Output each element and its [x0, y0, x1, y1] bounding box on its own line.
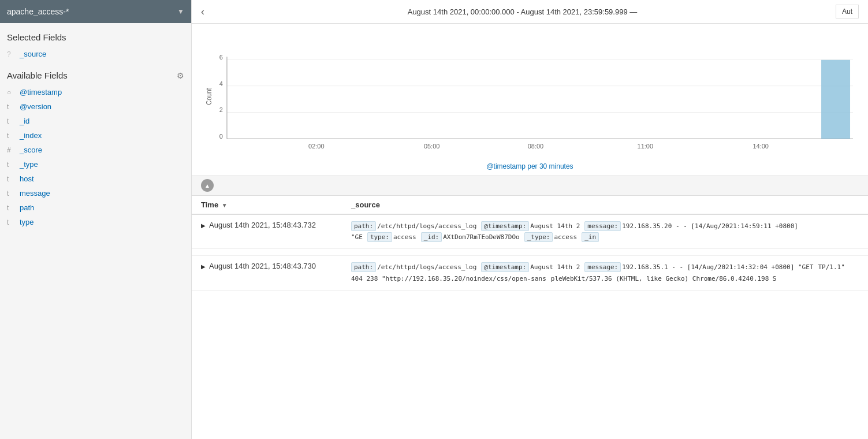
available-fields-title: Available Fields: [7, 70, 68, 80]
expand-row-button[interactable]: ▶: [201, 222, 206, 229]
chart-area: Count 6 4 2 0 02:00: [192, 24, 868, 176]
field-value: 192.168.35.1 - - [14/Aug/2021:14:32:04 +…: [622, 263, 813, 271]
selected-fields-title: Selected Fields: [0, 23, 191, 47]
expand-row-button[interactable]: ▶: [201, 263, 206, 270]
main-content: ‹ August 14th 2021, 00:00:00.000 - Augus…: [192, 0, 868, 439]
time-cell: ▶August 14th 2021, 15:48:43.732: [192, 214, 342, 249]
svg-text:2: 2: [219, 107, 223, 113]
svg-text:05:00: 05:00: [424, 143, 440, 149]
source-cell: path:/etc/httpd/logs/access_log@timestam…: [342, 256, 868, 290]
timestamp-value: August 14th 2021, 15:48:43.732: [209, 221, 316, 229]
table-header-row: Time ▼ _source: [192, 196, 868, 214]
sort-arrow-icon: ▼: [222, 202, 228, 209]
svg-text:6: 6: [219, 54, 223, 60]
svg-text:02:00: 02:00: [308, 143, 325, 149]
field-type-icon: #: [7, 146, 15, 154]
field-value: August 14th 2: [530, 263, 580, 271]
field-name: message: [20, 189, 50, 198]
field-name: _index: [20, 131, 42, 140]
field-name: @timestamp: [20, 88, 62, 96]
available-field-item[interactable]: tpath: [0, 200, 191, 215]
source-cell: path:/etc/httpd/logs/access_log@timestam…: [342, 214, 868, 249]
available-field-item[interactable]: tmessage: [0, 186, 191, 200]
available-field-item[interactable]: t_type: [0, 157, 191, 172]
field-type-icon: t: [7, 132, 15, 140]
time-range-bar: ‹ August 14th 2021, 00:00:00.000 - Augus…: [192, 0, 868, 24]
available-fields-header: Available Fields ⚙: [0, 61, 191, 85]
back-arrow-icon[interactable]: ‹: [201, 6, 204, 18]
chart-x-label: @timestamp per 30 minutes: [201, 162, 859, 175]
available-field-item[interactable]: thost: [0, 172, 191, 186]
available-field-item[interactable]: t@version: [0, 99, 191, 114]
svg-text:11:00: 11:00: [638, 143, 654, 149]
available-field-item[interactable]: ttype: [0, 215, 191, 229]
collapse-bar: ▲: [192, 176, 868, 196]
sidebar-content: Selected Fields ?_source Available Field…: [0, 23, 191, 439]
field-name: host: [20, 174, 34, 183]
field-type-icon: t: [7, 117, 15, 125]
available-field-item[interactable]: t_id: [0, 114, 191, 128]
field-badge: _id:: [421, 232, 442, 242]
histogram-chart: Count 6 4 2 0 02:00: [201, 33, 859, 160]
field-badge: message:: [584, 262, 621, 272]
field-badge: @timestamp:: [481, 221, 529, 231]
field-name: _score: [20, 146, 42, 154]
results-area: Time ▼ _source ▶August 14th 2021, 15:48:…: [192, 196, 868, 439]
field-type-icon: t: [7, 204, 15, 212]
available-fields-list: ○@timestampt@versiont_idt_index#_scoret_…: [0, 85, 191, 229]
field-badge: type:: [367, 232, 392, 242]
index-pattern-label: apache_access-*: [7, 7, 69, 16]
sidebar: apache_access-* ▼ Selected Fields ?_sour…: [0, 0, 192, 439]
field-value: /etc/httpd/logs/access_log: [377, 263, 476, 271]
svg-text:4: 4: [219, 80, 223, 87]
available-field-item[interactable]: #_score: [0, 143, 191, 157]
svg-text:08:00: 08:00: [528, 143, 544, 149]
field-name: @version: [20, 102, 51, 111]
field-type-icon: ○: [7, 88, 15, 96]
time-column-header[interactable]: Time ▼: [192, 196, 342, 214]
source-column-header: _source: [342, 196, 868, 214]
field-type-icon: ?: [7, 50, 15, 58]
table-row: ▶August 14th 2021, 15:48:43.730path:/etc…: [192, 256, 868, 290]
index-pattern-selector[interactable]: apache_access-* ▼: [0, 0, 191, 23]
collapse-chart-button[interactable]: ▲: [201, 179, 214, 192]
selected-field-item[interactable]: ?_source: [0, 47, 191, 61]
field-badge: _in: [582, 232, 599, 242]
field-type-icon: t: [7, 103, 15, 111]
chevron-up-icon: ▲: [204, 183, 210, 189]
selected-fields-list: ?_source: [0, 47, 191, 61]
available-field-item[interactable]: ○@timestamp: [0, 85, 191, 99]
available-field-item[interactable]: t_index: [0, 128, 191, 143]
field-badge: message:: [584, 221, 621, 231]
field-name: type: [20, 218, 34, 226]
chart-wrapper: Count 6 4 2 0 02:00: [201, 33, 859, 160]
field-name: _source: [20, 50, 46, 58]
time-range-text: August 14th 2021, 00:00:00.000 - August …: [209, 8, 836, 16]
field-value: access: [393, 233, 416, 241]
field-type-icon: t: [7, 175, 15, 183]
field-value: access: [554, 233, 577, 241]
time-cell: ▶August 14th 2021, 15:48:43.730: [192, 256, 342, 290]
svg-rect-16: [821, 60, 850, 139]
timestamp-value: August 14th 2021, 15:48:43.730: [209, 262, 316, 270]
field-badge: _type:: [524, 232, 553, 242]
row-spacer: [192, 249, 868, 256]
field-name: _type: [20, 160, 38, 169]
field-type-icon: t: [7, 189, 15, 198]
gear-icon[interactable]: ⚙: [177, 71, 184, 80]
field-value: pleWebKit/537.36 (KHTML, like Gecko) Chr…: [551, 275, 777, 282]
field-value: August 14th 2: [530, 222, 580, 230]
table-row: ▶August 14th 2021, 15:48:43.732path:/etc…: [192, 214, 868, 249]
dropdown-arrow-icon: ▼: [177, 8, 184, 16]
field-value: AXtDom7RmTEoDeW87DOo: [443, 233, 519, 241]
svg-text:0: 0: [219, 133, 223, 140]
field-name: path: [20, 203, 34, 212]
field-value: /etc/httpd/logs/access_log: [377, 222, 476, 230]
svg-text:Count: Count: [206, 88, 213, 105]
field-type-icon: t: [7, 161, 15, 169]
field-name: _id: [20, 117, 29, 125]
results-table: Time ▼ _source ▶August 14th 2021, 15:48:…: [192, 196, 868, 291]
auto-button[interactable]: Aut: [836, 5, 859, 18]
field-badge: @timestamp:: [481, 262, 529, 272]
field-type-icon: t: [7, 218, 15, 226]
